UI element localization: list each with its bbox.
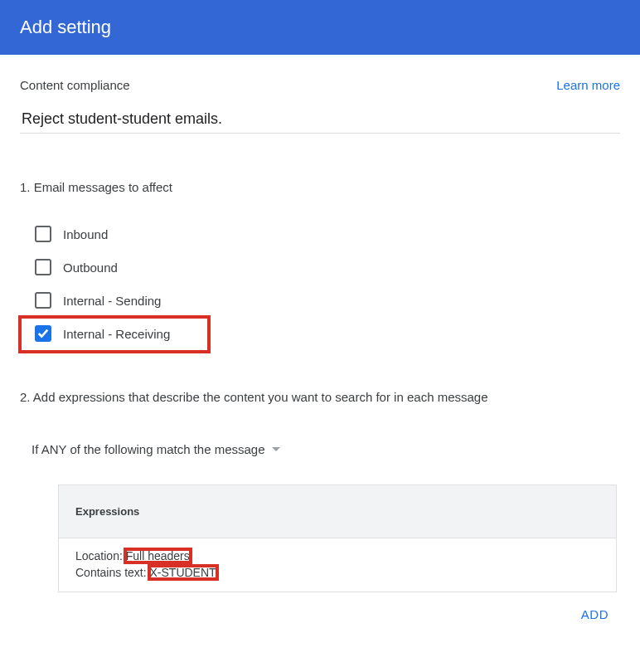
dialog-header: Add setting xyxy=(0,0,640,55)
add-expression-button[interactable]: ADD xyxy=(58,592,617,621)
question-2-title: 2. Add expressions that describe the con… xyxy=(20,390,620,404)
learn-more-link[interactable]: Learn more xyxy=(556,78,620,92)
contains-text-label: Contains text: xyxy=(75,566,150,579)
checkbox-row-outbound[interactable]: Outbound xyxy=(32,251,620,284)
expression-row[interactable]: Location: Full headers Contains text: X-… xyxy=(58,538,617,592)
expressions-header: Expressions xyxy=(58,485,617,538)
match-mode-label: If ANY of the following match the messag… xyxy=(32,442,265,456)
dialog-body: Content compliance Learn more 1. Email m… xyxy=(0,55,640,621)
checkbox-label: Inbound xyxy=(63,227,108,241)
checkbox-icon xyxy=(35,259,51,275)
expression-text-line: Contains text: X-STUDENT xyxy=(75,565,599,580)
expression-location-line: Location: Full headers xyxy=(75,548,599,563)
contains-text-value: X-STUDENT xyxy=(150,566,216,579)
checkbox-label: Outbound xyxy=(63,261,118,275)
checkbox-icon xyxy=(35,226,51,242)
question-1-title: 1. Email messages to affect xyxy=(20,180,620,194)
top-row: Content compliance Learn more xyxy=(20,78,620,92)
checkbox-icon xyxy=(35,292,51,309)
location-label: Location: xyxy=(75,549,126,562)
checkbox-label: Internal - Receiving xyxy=(63,327,170,341)
match-mode-dropdown[interactable]: If ANY of the following match the messag… xyxy=(32,442,620,456)
dialog-title: Add setting xyxy=(20,17,111,37)
checkbox-list: Inbound Outbound Internal - Sending Inte… xyxy=(32,217,620,350)
description-input[interactable] xyxy=(20,107,620,134)
checkbox-row-inbound[interactable]: Inbound xyxy=(32,217,620,251)
checkbox-label: Internal - Sending xyxy=(63,294,161,308)
checkbox-row-internal-sending[interactable]: Internal - Sending xyxy=(32,284,620,317)
expressions-table: Expressions Location: Full headers Conta… xyxy=(58,485,617,621)
chevron-down-icon xyxy=(272,447,280,451)
location-value: Full headers xyxy=(126,549,190,562)
section-label: Content compliance xyxy=(20,78,130,92)
checkbox-icon xyxy=(35,325,51,342)
checkbox-row-internal-receiving[interactable]: Internal - Receiving xyxy=(32,317,620,350)
